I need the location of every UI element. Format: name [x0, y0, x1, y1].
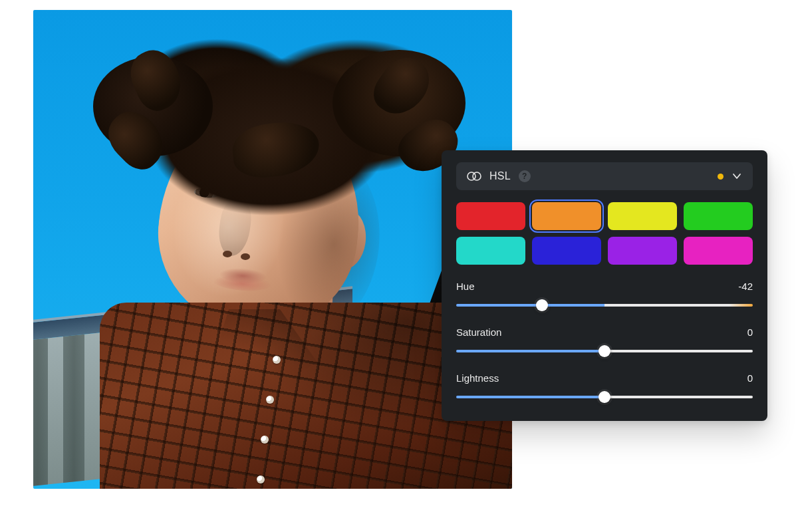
swatch-yellow[interactable]: [608, 202, 677, 230]
saturation-slider-block: Saturation 0: [456, 327, 753, 358]
photo-hair: [113, 17, 459, 216]
hue-label: Hue: [456, 281, 475, 292]
hsl-panel-title: HSL: [489, 170, 511, 182]
hue-slider[interactable]: [456, 299, 753, 312]
hsl-icon: [467, 171, 481, 182]
hue-value: -42: [738, 281, 753, 292]
swatch-blue[interactable]: [532, 237, 601, 265]
saturation-value: 0: [747, 327, 753, 338]
saturation-thumb[interactable]: [598, 345, 610, 357]
hsl-panel-header[interactable]: HSL ?: [456, 162, 753, 190]
swatch-magenta[interactable]: [684, 237, 753, 265]
swatch-green[interactable]: [684, 202, 753, 230]
hsl-color-swatches: [456, 202, 753, 265]
chevron-down-icon[interactable]: [732, 171, 742, 182]
svg-point-1: [473, 172, 481, 180]
hsl-panel: HSL ? Hue -42: [442, 150, 767, 421]
modified-indicator-dot: [718, 174, 724, 180]
hue-thumb[interactable]: [536, 299, 548, 311]
saturation-label: Saturation: [456, 327, 501, 338]
saturation-slider[interactable]: [456, 344, 753, 358]
help-icon[interactable]: ?: [519, 170, 531, 182]
swatch-purple[interactable]: [608, 237, 677, 265]
lightness-thumb[interactable]: [598, 391, 610, 403]
lightness-label: Lightness: [456, 372, 499, 384]
swatch-orange[interactable]: [532, 202, 601, 230]
swatch-red[interactable]: [456, 202, 525, 230]
lightness-slider[interactable]: [456, 390, 753, 404]
lightness-slider-block: Lightness 0: [456, 372, 753, 404]
hue-slider-block: Hue -42: [456, 281, 753, 312]
swatch-cyan[interactable]: [456, 237, 525, 265]
lightness-value: 0: [747, 372, 753, 384]
edited-photo: [33, 10, 512, 489]
